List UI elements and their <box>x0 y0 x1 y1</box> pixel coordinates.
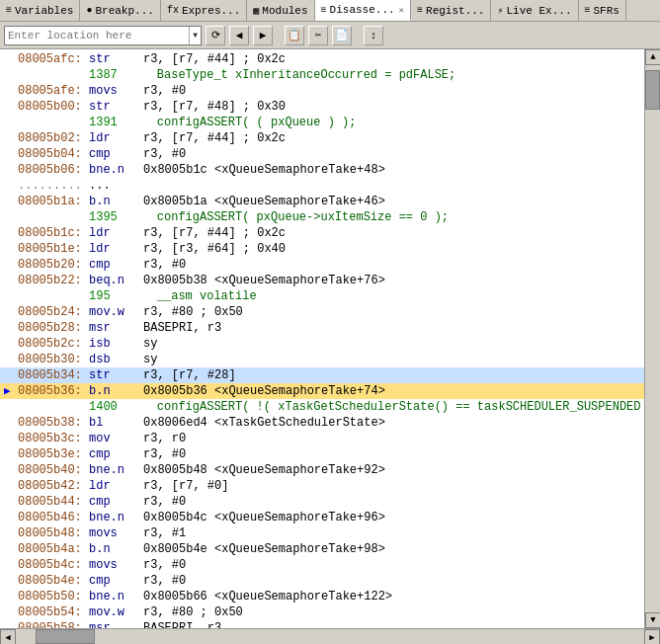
instruction-address: 08005b38: <box>18 415 89 431</box>
current-arrow-icon <box>4 336 18 352</box>
current-arrow-icon <box>4 51 18 67</box>
table-row[interactable]: ▶08005b36:b.n0x8005b36 <xQueueSemaphoreT… <box>0 383 644 399</box>
instruction-operands: r3, #0 <box>143 557 640 573</box>
cut-button[interactable]: ✂ <box>308 26 328 45</box>
fit-button[interactable]: ↕ <box>364 26 383 45</box>
table-row[interactable]: 08005b48:movsr3, #1 <box>0 525 644 541</box>
table-row[interactable]: 08005b3e:cmpr3, #0 <box>0 446 644 462</box>
instruction-operands: 0x8005b48 <xQueueSemaphoreTake+92> <box>143 462 640 478</box>
live-expr-icon: ⚡ <box>497 5 503 17</box>
instruction-mnemonic: msr <box>89 320 143 336</box>
instruction-operands: r3, [r7, #44] ; 0x2c <box>143 51 640 67</box>
table-row[interactable]: 08005b1e:ldrr3, [r3, #64] ; 0x40 <box>0 241 644 257</box>
tab-expressions[interactable]: fx Expres... <box>161 0 247 21</box>
table-row[interactable]: 195 __asm volatile <box>0 288 644 304</box>
table-row[interactable]: 08005b04:cmpr3, #0 <box>0 146 644 162</box>
location-dropdown-arrow[interactable]: ▼ <box>189 27 201 44</box>
table-row[interactable]: 08005b28:msrBASEPRI, r3 <box>0 320 644 336</box>
instruction-operands: r3, [r7, #0] <box>143 478 640 494</box>
current-arrow-icon <box>4 288 18 304</box>
modules-icon: ▦ <box>253 5 259 17</box>
prev-button[interactable]: ◀ <box>229 26 249 45</box>
scroll-thumb[interactable] <box>645 70 660 110</box>
table-row[interactable]: 08005b00:strr3, [r7, #48] ; 0x30 <box>0 99 644 115</box>
table-row[interactable]: 08005b30:dsbsy <box>0 352 644 367</box>
instruction-address: 08005b2c: <box>18 336 89 352</box>
instruction-address: 08005b42: <box>18 478 89 494</box>
instruction-mnemonic: mov.w <box>89 604 143 620</box>
location-input-wrapper[interactable]: ▼ <box>4 26 202 45</box>
table-row[interactable]: 08005b50:bne.n0x8005b66 <xQueueSemaphore… <box>0 589 644 604</box>
table-row[interactable]: 08005b42:ldrr3, [r7, #0] <box>0 478 644 494</box>
instruction-operands: r3, #0 <box>143 494 640 510</box>
table-row[interactable]: 08005b24:mov.wr3, #80 ; 0x50 <box>0 304 644 320</box>
hscroll-thumb[interactable] <box>36 629 95 644</box>
instruction-address: 08005b1c: <box>18 225 89 241</box>
table-row[interactable]: 08005b34:strr3, [r7, #28] <box>0 367 644 383</box>
instruction-operands: BASEPRI, r3 <box>143 320 640 336</box>
table-row[interactable]: 08005afc:strr3, [r7, #44] ; 0x2c <box>0 51 644 67</box>
instruction-operands: 0x8005b66 <xQueueSemaphoreTake+122> <box>143 589 640 604</box>
table-row[interactable]: 08005afe:movsr3, #0 <box>0 83 644 99</box>
disassembly-icon: ≡ <box>321 5 327 16</box>
table-row[interactable]: 08005b44:cmpr3, #0 <box>0 494 644 510</box>
instruction-mnemonic: str <box>89 367 143 383</box>
bottom-scrollbar[interactable]: ◀ ▶ <box>0 628 660 644</box>
table-row[interactable]: 1387 BaseType_t xInheritanceOccurred = p… <box>0 67 644 83</box>
hscroll-right-button[interactable]: ▶ <box>644 629 660 644</box>
table-row[interactable]: 08005b4e:cmpr3, #0 <box>0 573 644 589</box>
disassembly-view[interactable]: 08005afc:strr3, [r7, #44] ; 0x2c 1387 Ba… <box>0 49 644 628</box>
current-arrow-icon <box>4 257 18 273</box>
table-row[interactable]: 08005b58:msrBASEPRI, r3 <box>0 620 644 628</box>
table-row[interactable]: 08005b2c:isbsy <box>0 336 644 352</box>
right-scrollbar[interactable]: ▲ ▼ <box>644 49 660 628</box>
instruction-operands: r3, #0 <box>143 146 640 162</box>
scroll-track[interactable] <box>645 65 660 612</box>
table-row[interactable]: 08005b4a:b.n0x8005b4e <xQueueSemaphoreTa… <box>0 541 644 557</box>
hscroll-track[interactable] <box>16 629 644 644</box>
expressions-icon: fx <box>167 5 179 16</box>
table-row[interactable]: 08005b20:cmpr3, #0 <box>0 257 644 273</box>
hscroll-left-button[interactable]: ◀ <box>0 629 16 644</box>
scroll-down-button[interactable]: ▼ <box>645 612 660 628</box>
table-row[interactable]: 08005b3c:movr3, r0 <box>0 431 644 446</box>
instruction-operands: r3, #80 ; 0x50 <box>143 604 640 620</box>
tab-breakpoints[interactable]: ● Breakp... <box>80 0 160 21</box>
current-arrow-icon <box>4 462 18 478</box>
table-row[interactable]: 08005b22:beq.n0x8005b38 <xQueueSemaphore… <box>0 273 644 288</box>
tab-disassembly[interactable]: ≡ Disasse... ✕ <box>315 0 411 21</box>
table-row[interactable]: 1395 configASSERT( pxQueue->uxItemSize =… <box>0 209 644 225</box>
current-arrow-icon: ▶ <box>4 383 18 399</box>
instruction-mnemonic: movs <box>89 83 143 99</box>
location-input[interactable] <box>5 29 189 42</box>
table-row[interactable]: 08005b06:bne.n0x8005b1c <xQueueSemaphore… <box>0 162 644 178</box>
next-button[interactable]: ▶ <box>253 26 273 45</box>
table-row[interactable]: 08005b02:ldrr3, [r7, #44] ; 0x2c <box>0 130 644 146</box>
variables-icon: ≡ <box>6 5 12 16</box>
tab-close-disassembly[interactable]: ✕ <box>399 5 404 16</box>
table-row[interactable]: 08005b40:bne.n0x8005b48 <xQueueSemaphore… <box>0 462 644 478</box>
current-arrow-icon <box>4 273 18 288</box>
table-row[interactable]: 1391 configASSERT( ( pxQueue ) ); <box>0 115 644 130</box>
copy-button[interactable]: 📋 <box>285 26 304 45</box>
table-row[interactable]: 08005b38:bl0x8006ed4 <xTaskGetSchedulerS… <box>0 415 644 431</box>
tab-modules[interactable]: ▦ Modules <box>247 0 314 21</box>
table-row[interactable]: 08005b46:bne.n0x8005b4c <xQueueSemaphore… <box>0 510 644 525</box>
instruction-mnemonic: msr <box>89 620 143 628</box>
refresh-button[interactable]: ⟳ <box>206 26 225 45</box>
scroll-up-button[interactable]: ▲ <box>645 49 660 65</box>
table-row[interactable]: 08005b54:mov.wr3, #80 ; 0x50 <box>0 604 644 620</box>
tab-sfrs[interactable]: ≡ SFRs <box>579 0 626 21</box>
current-arrow-icon <box>4 194 18 209</box>
paste-button[interactable]: 📄 <box>332 26 352 45</box>
table-row[interactable]: ......... ... <box>0 178 644 194</box>
tab-registers[interactable]: ≡ Regist... <box>411 0 491 21</box>
table-row[interactable]: 1400 configASSERT( !( xTaskGetSchedulerS… <box>0 399 644 415</box>
tab-live-expr[interactable]: ⚡ Live Ex... <box>491 0 578 21</box>
source-line-num-val: 1400 <box>89 399 128 415</box>
tab-variables[interactable]: ≡ Variables <box>0 0 80 21</box>
table-row[interactable]: 08005b1c:ldrr3, [r7, #44] ; 0x2c <box>0 225 644 241</box>
table-row[interactable]: 08005b1a:b.n0x8005b1a <xQueueSemaphoreTa… <box>0 194 644 209</box>
current-arrow-icon <box>4 352 18 367</box>
table-row[interactable]: 08005b4c:movsr3, #0 <box>0 557 644 573</box>
